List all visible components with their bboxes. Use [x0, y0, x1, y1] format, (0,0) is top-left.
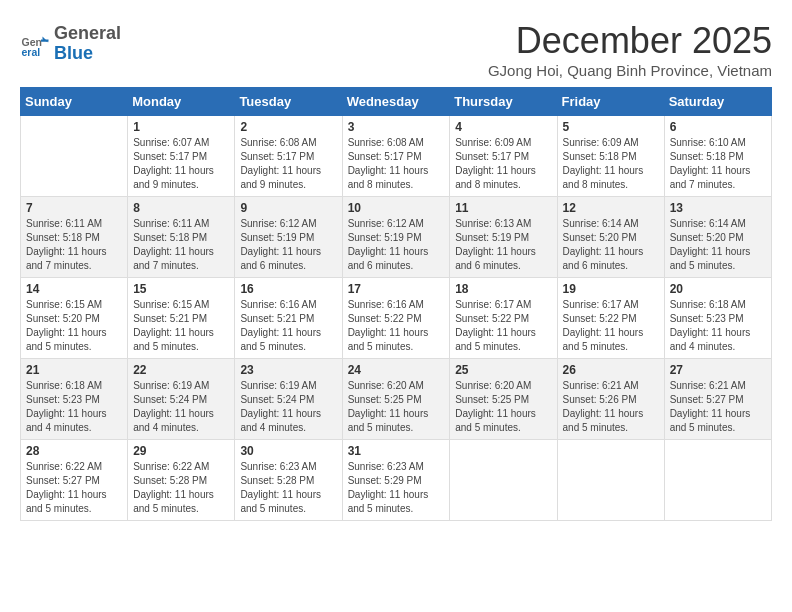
day-number: 18: [455, 282, 551, 296]
day-info: Sunrise: 6:12 AM Sunset: 5:19 PM Dayligh…: [240, 217, 336, 273]
calendar-cell: 9Sunrise: 6:12 AM Sunset: 5:19 PM Daylig…: [235, 197, 342, 278]
day-number: 29: [133, 444, 229, 458]
day-info: Sunrise: 6:11 AM Sunset: 5:18 PM Dayligh…: [26, 217, 122, 273]
calendar-week-row: 21Sunrise: 6:18 AM Sunset: 5:23 PM Dayli…: [21, 359, 772, 440]
calendar-cell: 18Sunrise: 6:17 AM Sunset: 5:22 PM Dayli…: [450, 278, 557, 359]
svg-rect-4: [41, 39, 49, 41]
day-info: Sunrise: 6:09 AM Sunset: 5:17 PM Dayligh…: [455, 136, 551, 192]
calendar-cell: 11Sunrise: 6:13 AM Sunset: 5:19 PM Dayli…: [450, 197, 557, 278]
day-number: 26: [563, 363, 659, 377]
calendar-week-row: 28Sunrise: 6:22 AM Sunset: 5:27 PM Dayli…: [21, 440, 772, 521]
day-info: Sunrise: 6:18 AM Sunset: 5:23 PM Dayligh…: [26, 379, 122, 435]
calendar-cell: 3Sunrise: 6:08 AM Sunset: 5:17 PM Daylig…: [342, 116, 450, 197]
calendar-cell: 26Sunrise: 6:21 AM Sunset: 5:26 PM Dayli…: [557, 359, 664, 440]
day-info: Sunrise: 6:14 AM Sunset: 5:20 PM Dayligh…: [563, 217, 659, 273]
day-info: Sunrise: 6:22 AM Sunset: 5:28 PM Dayligh…: [133, 460, 229, 516]
calendar-cell: 30Sunrise: 6:23 AM Sunset: 5:28 PM Dayli…: [235, 440, 342, 521]
day-info: Sunrise: 6:17 AM Sunset: 5:22 PM Dayligh…: [455, 298, 551, 354]
day-info: Sunrise: 6:08 AM Sunset: 5:17 PM Dayligh…: [348, 136, 445, 192]
day-number: 30: [240, 444, 336, 458]
day-number: 23: [240, 363, 336, 377]
day-number: 22: [133, 363, 229, 377]
day-info: Sunrise: 6:18 AM Sunset: 5:23 PM Dayligh…: [670, 298, 766, 354]
day-info: Sunrise: 6:23 AM Sunset: 5:28 PM Dayligh…: [240, 460, 336, 516]
day-number: 14: [26, 282, 122, 296]
day-number: 1: [133, 120, 229, 134]
day-number: 10: [348, 201, 445, 215]
day-info: Sunrise: 6:11 AM Sunset: 5:18 PM Dayligh…: [133, 217, 229, 273]
day-number: 8: [133, 201, 229, 215]
calendar-cell: 7Sunrise: 6:11 AM Sunset: 5:18 PM Daylig…: [21, 197, 128, 278]
day-number: 13: [670, 201, 766, 215]
day-number: 15: [133, 282, 229, 296]
calendar-cell: 14Sunrise: 6:15 AM Sunset: 5:20 PM Dayli…: [21, 278, 128, 359]
day-number: 3: [348, 120, 445, 134]
day-number: 4: [455, 120, 551, 134]
day-number: 27: [670, 363, 766, 377]
calendar-cell: [557, 440, 664, 521]
day-number: 19: [563, 282, 659, 296]
calendar-cell: [21, 116, 128, 197]
svg-text:eral: eral: [22, 46, 41, 58]
calendar-cell: 29Sunrise: 6:22 AM Sunset: 5:28 PM Dayli…: [128, 440, 235, 521]
day-info: Sunrise: 6:20 AM Sunset: 5:25 PM Dayligh…: [348, 379, 445, 435]
weekday-header-tuesday: Tuesday: [235, 88, 342, 116]
logo-blue: Blue: [54, 44, 121, 64]
day-number: 25: [455, 363, 551, 377]
day-number: 9: [240, 201, 336, 215]
calendar-cell: 24Sunrise: 6:20 AM Sunset: 5:25 PM Dayli…: [342, 359, 450, 440]
calendar-cell: 21Sunrise: 6:18 AM Sunset: 5:23 PM Dayli…: [21, 359, 128, 440]
day-info: Sunrise: 6:08 AM Sunset: 5:17 PM Dayligh…: [240, 136, 336, 192]
calendar-cell: 31Sunrise: 6:23 AM Sunset: 5:29 PM Dayli…: [342, 440, 450, 521]
calendar-cell: 10Sunrise: 6:12 AM Sunset: 5:19 PM Dayli…: [342, 197, 450, 278]
weekday-header-wednesday: Wednesday: [342, 88, 450, 116]
logo: Gen eral General Blue: [20, 24, 121, 64]
day-info: Sunrise: 6:21 AM Sunset: 5:27 PM Dayligh…: [670, 379, 766, 435]
day-info: Sunrise: 6:15 AM Sunset: 5:21 PM Dayligh…: [133, 298, 229, 354]
calendar-cell: 16Sunrise: 6:16 AM Sunset: 5:21 PM Dayli…: [235, 278, 342, 359]
calendar-table: SundayMondayTuesdayWednesdayThursdayFrid…: [20, 87, 772, 521]
day-info: Sunrise: 6:12 AM Sunset: 5:19 PM Dayligh…: [348, 217, 445, 273]
logo-text: General Blue: [54, 24, 121, 64]
day-info: Sunrise: 6:19 AM Sunset: 5:24 PM Dayligh…: [133, 379, 229, 435]
calendar-cell: 13Sunrise: 6:14 AM Sunset: 5:20 PM Dayli…: [664, 197, 771, 278]
day-info: Sunrise: 6:07 AM Sunset: 5:17 PM Dayligh…: [133, 136, 229, 192]
calendar-cell: 22Sunrise: 6:19 AM Sunset: 5:24 PM Dayli…: [128, 359, 235, 440]
day-number: 17: [348, 282, 445, 296]
day-info: Sunrise: 6:20 AM Sunset: 5:25 PM Dayligh…: [455, 379, 551, 435]
day-info: Sunrise: 6:16 AM Sunset: 5:22 PM Dayligh…: [348, 298, 445, 354]
weekday-header-thursday: Thursday: [450, 88, 557, 116]
day-info: Sunrise: 6:13 AM Sunset: 5:19 PM Dayligh…: [455, 217, 551, 273]
month-title: December 2025: [488, 20, 772, 62]
calendar-cell: 27Sunrise: 6:21 AM Sunset: 5:27 PM Dayli…: [664, 359, 771, 440]
calendar-cell: 19Sunrise: 6:17 AM Sunset: 5:22 PM Dayli…: [557, 278, 664, 359]
day-number: 2: [240, 120, 336, 134]
calendar-cell: 25Sunrise: 6:20 AM Sunset: 5:25 PM Dayli…: [450, 359, 557, 440]
day-number: 20: [670, 282, 766, 296]
calendar-body: 1Sunrise: 6:07 AM Sunset: 5:17 PM Daylig…: [21, 116, 772, 521]
day-info: Sunrise: 6:22 AM Sunset: 5:27 PM Dayligh…: [26, 460, 122, 516]
calendar-week-row: 1Sunrise: 6:07 AM Sunset: 5:17 PM Daylig…: [21, 116, 772, 197]
title-section: December 2025 GJong Hoi, Quang Binh Prov…: [488, 20, 772, 79]
day-number: 31: [348, 444, 445, 458]
day-number: 6: [670, 120, 766, 134]
calendar-cell: 5Sunrise: 6:09 AM Sunset: 5:18 PM Daylig…: [557, 116, 664, 197]
page-header: Gen eral General Blue December 2025 GJon…: [20, 20, 772, 79]
day-info: Sunrise: 6:17 AM Sunset: 5:22 PM Dayligh…: [563, 298, 659, 354]
day-info: Sunrise: 6:23 AM Sunset: 5:29 PM Dayligh…: [348, 460, 445, 516]
day-number: 5: [563, 120, 659, 134]
logo-icon: Gen eral: [20, 29, 50, 59]
weekday-header-row: SundayMondayTuesdayWednesdayThursdayFrid…: [21, 88, 772, 116]
calendar-cell: 6Sunrise: 6:10 AM Sunset: 5:18 PM Daylig…: [664, 116, 771, 197]
calendar-header: SundayMondayTuesdayWednesdayThursdayFrid…: [21, 88, 772, 116]
calendar-cell: [664, 440, 771, 521]
day-number: 7: [26, 201, 122, 215]
day-number: 28: [26, 444, 122, 458]
day-number: 12: [563, 201, 659, 215]
day-info: Sunrise: 6:10 AM Sunset: 5:18 PM Dayligh…: [670, 136, 766, 192]
calendar-cell: [450, 440, 557, 521]
day-info: Sunrise: 6:15 AM Sunset: 5:20 PM Dayligh…: [26, 298, 122, 354]
calendar-week-row: 7Sunrise: 6:11 AM Sunset: 5:18 PM Daylig…: [21, 197, 772, 278]
calendar-cell: 8Sunrise: 6:11 AM Sunset: 5:18 PM Daylig…: [128, 197, 235, 278]
calendar-cell: 17Sunrise: 6:16 AM Sunset: 5:22 PM Dayli…: [342, 278, 450, 359]
